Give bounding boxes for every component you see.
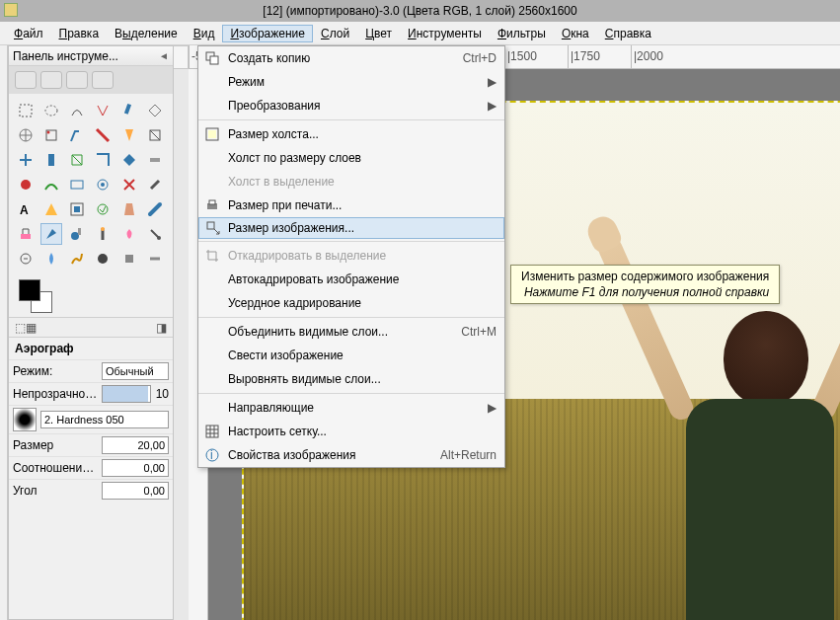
tool-tool40[interactable] — [118, 248, 140, 270]
menu-item-преобразования[interactable]: Преобразования▶ — [198, 94, 504, 117]
menu-item-выровнять-видимые-слои-[interactable]: Выровнять видимые слои... — [198, 367, 504, 391]
opacity-slider[interactable] — [102, 385, 151, 403]
menu-слой[interactable]: Слой — [313, 25, 357, 42]
tool-text[interactable] — [66, 174, 88, 195]
menu-item-свести-изображение[interactable]: Свести изображение — [198, 344, 504, 367]
tool-rect2[interactable] — [40, 248, 62, 270]
menu-фильтры[interactable]: Фильтры — [490, 25, 554, 42]
menu-item-создать-копию[interactable]: Создать копиюCtrl+D — [198, 46, 504, 70]
menu-item-автокадрировать-изображение[interactable]: Автокадрировать изображение — [198, 268, 504, 291]
toolbox-tab[interactable] — [40, 71, 62, 89]
tool-color-select[interactable] — [118, 100, 140, 121]
svg-point-14 — [101, 183, 105, 187]
menu-item-свойства-изображения[interactable]: iСвойства изображенияAlt+Return — [198, 443, 504, 467]
menu-item-размер-изображения-[interactable]: Размер изображения... — [198, 217, 504, 239]
tool-eraser[interactable] — [40, 198, 62, 220]
options-tab-icon[interactable]: ◨ — [156, 321, 167, 335]
menu-item-направляющие[interactable]: Направляющие▶ — [198, 396, 504, 420]
tool-rect-select[interactable] — [15, 100, 37, 121]
mode-select[interactable]: Обычный — [102, 362, 169, 380]
tool-cage[interactable] — [40, 174, 62, 195]
tool-move[interactable] — [144, 124, 166, 146]
tool-airbrush[interactable] — [66, 198, 88, 220]
tool-smudge[interactable] — [66, 223, 88, 245]
menu-item-label: Настроить сетку... — [228, 425, 496, 438]
brush-preview[interactable] — [13, 408, 37, 431]
tool-crop[interactable] — [40, 149, 62, 171]
options-tab-icon[interactable]: ⬚▦ — [15, 321, 37, 335]
figure-arm-right — [808, 233, 840, 423]
menu-правка[interactable]: Правка — [51, 25, 108, 42]
menu-item-усердное-кадрирование[interactable]: Усердное кадрирование — [198, 291, 504, 315]
menu-item-label: Свойства изображения — [228, 448, 440, 462]
menu-item-размер-при-печати-[interactable]: Размер при печати... — [198, 194, 504, 217]
menu-файл[interactable]: Файл — [6, 25, 51, 42]
tool-tool41[interactable] — [144, 248, 166, 270]
menu-справка[interactable]: Справка — [597, 25, 659, 42]
tool-round[interactable] — [15, 248, 37, 270]
tool-options-tabs[interactable]: ⬚▦ ◨ — [9, 317, 173, 337]
tool-blend[interactable] — [118, 174, 140, 195]
menu-окна[interactable]: Окна — [554, 25, 597, 42]
tool-shear[interactable] — [118, 149, 140, 171]
submenu-arrow-icon: ▶ — [488, 75, 496, 89]
toolbox-tab[interactable] — [92, 71, 114, 89]
tool-ink[interactable] — [92, 198, 114, 220]
tool-blur[interactable] — [40, 223, 62, 245]
tool-scale[interactable] — [92, 149, 114, 171]
canvas-icon — [204, 126, 220, 142]
svg-rect-34 — [206, 426, 218, 437]
menu-инструменты[interactable]: Инструменты — [400, 25, 490, 42]
brush-select[interactable]: 2. Hardness 050 — [40, 411, 169, 428]
menu-цвет[interactable]: Цвет — [357, 25, 400, 42]
tool-free-select[interactable] — [66, 100, 88, 121]
tool-dodge[interactable] — [92, 223, 114, 245]
tool-perspective[interactable] — [144, 149, 166, 171]
panel-menu-icon[interactable]: ◄ — [159, 50, 169, 61]
ruler-corner[interactable] — [173, 45, 189, 69]
svg-rect-26 — [125, 255, 133, 263]
tool-scissors[interactable] — [144, 100, 166, 121]
menu-item-объединить-видимые-слои-[interactable]: Объединить видимые слои...Ctrl+M — [198, 320, 504, 344]
toolbox-title[interactable]: Панель инструме... ◄ — [9, 46, 173, 66]
toolbox-tabs[interactable] — [9, 66, 173, 94]
tool-bucket-fill[interactable] — [92, 174, 114, 195]
color-swatches[interactable] — [9, 275, 173, 317]
tool-measure[interactable] — [118, 124, 140, 146]
tool-drop[interactable] — [118, 223, 140, 245]
menu-item-холст-по-размеру-слоев[interactable]: Холст по размеру слоев — [198, 146, 504, 170]
menu-item-режим[interactable]: Режим▶ — [198, 70, 504, 94]
tool-foreground-select[interactable] — [15, 124, 37, 146]
menu-вид[interactable]: Вид — [186, 25, 223, 42]
tool-heal[interactable] — [144, 198, 166, 220]
tool-ellipse-select[interactable] — [40, 100, 62, 121]
tool-pencil[interactable] — [144, 174, 166, 195]
ratio-field[interactable]: 0,00 — [102, 459, 169, 477]
tool-perspective-clone[interactable] — [15, 223, 37, 245]
tool-color-picker[interactable] — [66, 124, 88, 146]
tool-paintbrush[interactable]: A — [15, 198, 37, 220]
tool-flip[interactable] — [15, 174, 37, 195]
menu-выделение[interactable]: Выделение — [107, 25, 186, 42]
menu-item-откадрировать-в-выделение: Откадрировать в выделение — [198, 244, 504, 268]
tool-rotate[interactable] — [66, 149, 88, 171]
tool-clone[interactable] — [118, 198, 140, 220]
toolbox-tab[interactable] — [66, 71, 88, 89]
tool-tool39[interactable] — [92, 248, 114, 270]
svg-rect-9 — [48, 154, 54, 166]
size-field[interactable]: 20,00 — [102, 436, 169, 454]
toolbox-tab[interactable] — [15, 71, 37, 89]
angle-field[interactable]: 0,00 — [102, 482, 169, 500]
tool-line[interactable] — [66, 248, 88, 270]
tool-paths[interactable] — [40, 124, 62, 146]
menu-item-настроить-сетку-[interactable]: Настроить сетку... — [198, 420, 504, 443]
fg-color-swatch[interactable] — [19, 279, 40, 301]
tool-fuzzy-select[interactable] — [92, 100, 114, 121]
print-icon — [204, 197, 220, 213]
tool-curve[interactable] — [144, 223, 166, 245]
tool-align[interactable] — [15, 149, 37, 171]
menu-item-label: Преобразования — [228, 99, 488, 113]
menu-item-размер-холста-[interactable]: Размер холста... — [198, 122, 504, 146]
menu-изображение[interactable]: Изображение — [222, 25, 313, 42]
tool-zoom[interactable] — [92, 124, 114, 146]
